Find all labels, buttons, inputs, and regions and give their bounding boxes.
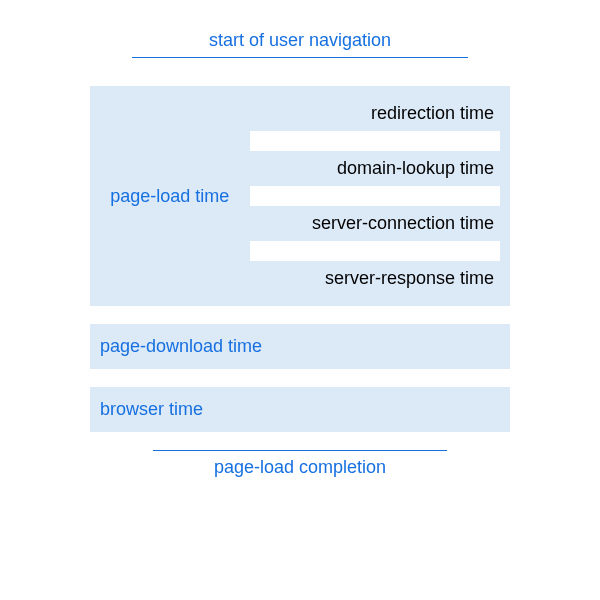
page-load-phases: redirection time domain-lookup time serv… <box>250 86 510 306</box>
page-download-block: page-download time <box>90 324 510 369</box>
phase-server-response: server-response time <box>250 263 500 294</box>
browser-block: browser time <box>90 387 510 432</box>
phase-domain-lookup: domain-lookup time <box>250 153 500 184</box>
footer-rule <box>153 450 447 451</box>
phase-gap <box>250 131 500 151</box>
header-text: start of user navigation <box>90 30 510 51</box>
phase-redirection: redirection time <box>250 98 500 129</box>
footer-text: page-load completion <box>90 457 510 478</box>
page-load-block: page-load time redirection time domain-l… <box>90 86 510 306</box>
page-load-label: page-load time <box>90 86 250 306</box>
phase-gap <box>250 241 500 261</box>
diagram-header: start of user navigation <box>90 30 510 58</box>
diagram-footer: page-load completion <box>90 450 510 478</box>
phase-server-connection: server-connection time <box>250 208 500 239</box>
phase-gap <box>250 186 500 206</box>
header-rule <box>132 57 468 58</box>
